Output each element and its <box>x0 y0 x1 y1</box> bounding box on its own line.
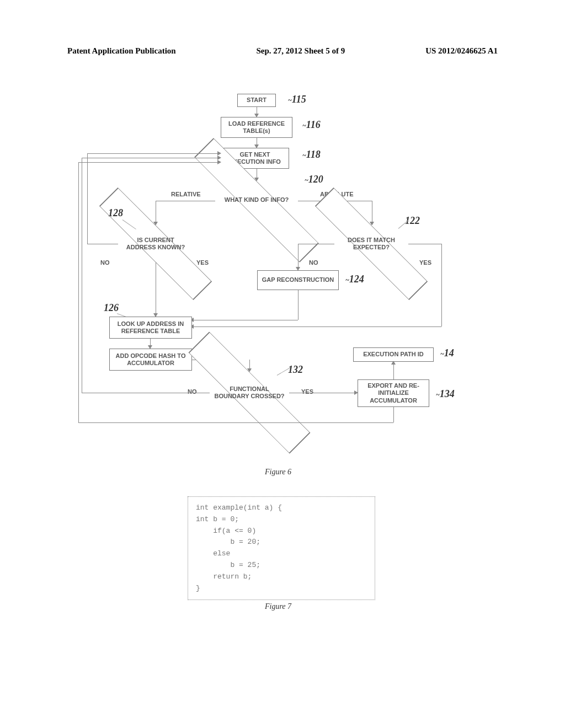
flow-what-kind: WHAT KIND OF INFO? <box>215 181 298 220</box>
add-opcode-label: ADD OPCODE HASH TO ACCUMULATOR <box>113 352 188 367</box>
export-reinit-label: EXPORT AND RE-INITIALIZE ACCUMULATOR <box>361 382 425 404</box>
ref-126: 126 <box>104 302 119 314</box>
flow-look-up: LOOK UP ADDRESS IN REFERENCE TABLE <box>109 317 192 339</box>
flow-gap-recon: GAP RECONSTRUCTION <box>257 270 339 290</box>
label-no-left: NO <box>100 259 110 266</box>
flowchart-figure-6: START ~115 LOAD REFERENCE TABLE(s) ~116 … <box>77 94 488 458</box>
ref-132: 132 <box>288 364 303 376</box>
is-current-label: IS CURRENT ADDRESS KNOWN? <box>122 237 189 251</box>
header-right: US 2012/0246625 A1 <box>425 46 498 56</box>
header-left: Patent Application Publication <box>67 46 176 56</box>
flow-is-current: IS CURRENT ADDRESS KNOWN? <box>119 225 193 263</box>
start-label: START <box>247 97 266 104</box>
ref-120: ~120 <box>305 174 323 185</box>
flow-does-match: DOES IT MATCH EXPECTED? <box>334 225 408 263</box>
flow-exec-path: EXECUTION PATH ID <box>353 347 434 362</box>
load-ref-label: LOAD REFERENCE TABLE(s) <box>225 120 289 135</box>
what-kind-label: WHAT KIND OF INFO? <box>220 196 294 204</box>
ref-134: ~134 <box>436 388 455 400</box>
code-text: int example(int a) { int b = 0; if(a <= … <box>196 504 282 592</box>
ref-14: ~14 <box>440 347 454 359</box>
code-example-box: int example(int a) { int b = 0; if(a <= … <box>188 496 375 600</box>
ref-124: ~124 <box>345 274 364 285</box>
label-no-right: NO <box>309 259 318 266</box>
gap-recon-label: GAP RECONSTRUCTION <box>262 276 334 283</box>
label-yes-left: YES <box>196 259 209 266</box>
does-match-label: DOES IT MATCH EXPECTED? <box>338 237 405 251</box>
page-header: Patent Application Publication Sep. 27, … <box>67 46 498 56</box>
ref-128: 128 <box>108 207 123 219</box>
flow-export-reinit: EXPORT AND RE-INITIALIZE ACCUMULATOR <box>358 379 429 407</box>
exec-path-label: EXECUTION PATH ID <box>363 351 424 358</box>
figure-6-caption: Figure 6 <box>265 468 291 477</box>
label-yes-boundary: YES <box>301 388 313 395</box>
ref-116: ~116 <box>302 119 321 131</box>
header-center: Sep. 27, 2012 Sheet 5 of 9 <box>256 46 345 56</box>
label-relative: RELATIVE <box>171 191 201 197</box>
func-boundary-label: FUNCTIONAL BOUNDARY CROSSED? <box>214 386 285 400</box>
ref-118: ~118 <box>302 149 321 160</box>
flow-func-boundary: FUNCTIONAL BOUNDARY CROSSED? <box>210 372 289 414</box>
look-up-label: LOOK UP ADDRESS IN REFERENCE TABLE <box>113 320 188 335</box>
label-no-boundary: NO <box>188 388 197 395</box>
label-yes-right: YES <box>419 259 431 266</box>
ref-115: ~115 <box>288 94 306 105</box>
flow-start: START <box>237 94 276 107</box>
flow-add-opcode: ADD OPCODE HASH TO ACCUMULATOR <box>109 349 192 371</box>
figure-7-caption: Figure 7 <box>265 602 291 611</box>
flow-load-reference: LOAD REFERENCE TABLE(s) <box>221 117 292 138</box>
